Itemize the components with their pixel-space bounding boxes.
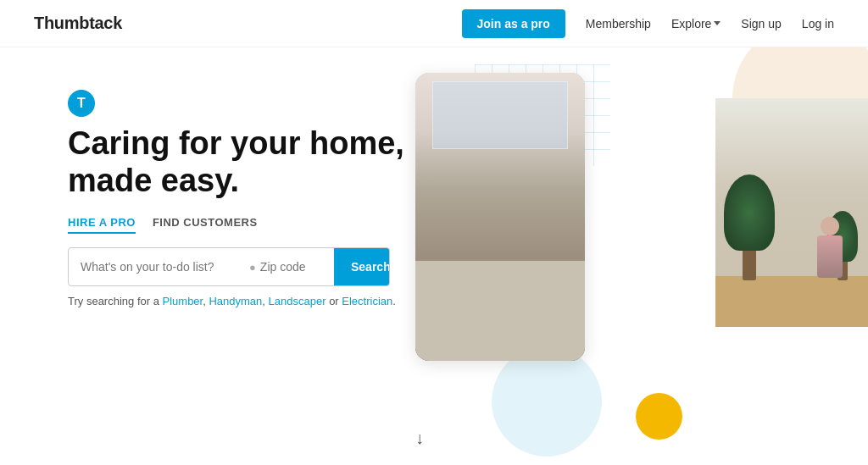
kitchen-window	[432, 81, 568, 149]
nav-explore[interactable]: Explore	[671, 17, 721, 30]
zip-section: ●	[241, 260, 334, 274]
explore-chevron-icon	[714, 21, 721, 25]
room-floor	[715, 276, 868, 327]
chevron-down-icon: ↓	[415, 429, 424, 447]
nav-right: Join as a pro Membership Explore Sign up…	[462, 9, 835, 38]
nav-login[interactable]: Log in	[802, 17, 834, 30]
search-suggestions: Try searching for a Plumber, Handyman, L…	[68, 295, 424, 307]
suggestion-landscaper[interactable]: Landscaper	[269, 295, 326, 307]
search-bar: ● Search	[68, 247, 390, 286]
header: Thumbtack Join as a pro Membership Explo…	[0, 0, 868, 47]
person-figure	[817, 235, 843, 278]
location-icon: ●	[249, 261, 256, 274]
hero-photo-main	[415, 73, 585, 361]
nav-membership[interactable]: Membership	[586, 17, 651, 30]
search-button[interactable]: Search	[334, 248, 390, 285]
kitchen-cabinets	[415, 259, 585, 361]
hero-photo-right	[715, 98, 868, 327]
circle-yellow-decoration	[636, 393, 682, 440]
hero-tabs: HIRE A PRO FIND CUSTOMERS	[68, 216, 424, 234]
logo: Thumbtack	[34, 14, 122, 33]
brand-icon: T	[68, 90, 95, 117]
kitchen-background	[415, 73, 585, 361]
suggestion-electrician[interactable]: Electrician	[342, 295, 392, 307]
tab-find-customers[interactable]: FIND CUSTOMERS	[153, 216, 258, 234]
main-content: T Caring for your home, made easy. HIRE …	[0, 47, 868, 465]
person-head	[821, 217, 839, 235]
suggestion-plumber[interactable]: Plumber	[163, 295, 203, 307]
scroll-down-indicator[interactable]: ↓	[415, 429, 424, 448]
circle-blue-decoration	[492, 346, 602, 457]
tab-hire-a-pro[interactable]: HIRE A PRO	[68, 216, 136, 234]
zip-input[interactable]	[260, 260, 320, 274]
suggestion-handyman[interactable]: Handyman	[209, 295, 262, 307]
plant-big	[724, 179, 775, 280]
search-input[interactable]	[69, 260, 241, 274]
nav-signup[interactable]: Sign up	[741, 17, 781, 30]
room-background	[715, 98, 868, 327]
join-as-pro-button[interactable]: Join as a pro	[462, 9, 565, 38]
hero-headline: Caring for your home, made easy.	[68, 125, 424, 199]
hero-section: T Caring for your home, made easy. HIRE …	[68, 90, 424, 307]
